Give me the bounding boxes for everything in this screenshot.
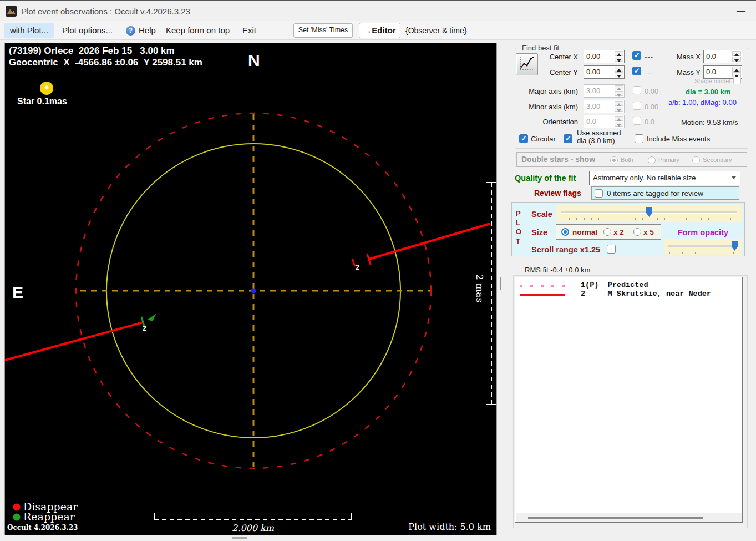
horizontal-scale-label: 2.000 km [197, 523, 308, 533]
north-label: N [248, 51, 260, 70]
plot-title-line2: Geocentric X -4566.86 ±0.06 Y 2598.51 km [9, 57, 202, 68]
scroll-range-label: Scroll range x1.25 [531, 245, 600, 254]
panel-splitter-handle[interactable] [500, 277, 501, 290]
menu-exit[interactable]: Exit [242, 26, 256, 35]
center-y-arrows[interactable] [615, 67, 623, 78]
size-option-box: normal x 2 x 5 [556, 224, 661, 240]
review-flags-checkbox[interactable] [595, 189, 603, 198]
scale-slider-thumb[interactable] [646, 207, 652, 217]
spinner-down-icon[interactable] [732, 57, 741, 62]
observations-listbox[interactable]: 1(P) Predicted 2 M Skrutskie, near Neder [515, 277, 743, 523]
plot-horizontal-scrollbar[interactable] [232, 537, 247, 539]
center-x-label: Center X [534, 53, 578, 61]
orientation-fit-checkbox[interactable] [633, 117, 641, 125]
mass-y-label: Mass Y [668, 68, 701, 77]
use-assumed-dia-label: Use assumed dia (3.0 km) [577, 129, 621, 145]
double-stars-primary-radio[interactable] [648, 156, 656, 164]
major-axis-label: Major axis (km) [524, 87, 578, 95]
center-y-tag: --- [645, 68, 653, 77]
find-best-fit-label: Find best fit [520, 44, 561, 52]
circular-label: Circular [531, 135, 556, 143]
double-stars-both-radio[interactable] [610, 156, 618, 164]
center-y-fit-checkbox[interactable] [632, 67, 641, 75]
center-x-fit-checkbox[interactable] [632, 51, 641, 60]
spinner-up-icon[interactable] [615, 51, 623, 56]
predicted-line-sample [520, 285, 565, 287]
spinner-down-icon[interactable] [615, 122, 623, 127]
orientation-label: Orientation [524, 118, 578, 126]
center-y-label: Center Y [534, 68, 578, 77]
mass-y-value: 0.0 [704, 66, 732, 78]
minor-axis-value: 3.00 [584, 100, 614, 113]
reappear-arrow [148, 314, 156, 321]
app-icon [6, 6, 17, 17]
minimize-button[interactable]: — [730, 4, 752, 18]
major-axis-arrows[interactable] [615, 85, 623, 97]
motion-readout: Motion: 9.53 km/s [681, 118, 738, 127]
editor-button[interactable]: →Editor [359, 23, 400, 38]
with-plot-button[interactable]: with Plot... [4, 23, 54, 38]
mass-x-spinner[interactable]: 0.0 [703, 50, 742, 63]
plot-graphics [5, 43, 496, 535]
minor-axis-spinner[interactable]: 3.00 [584, 100, 625, 113]
menu-keep-form-on-top[interactable]: Keep form on top [166, 26, 230, 35]
mass-y-arrows[interactable] [732, 67, 741, 78]
spinner-up-icon[interactable] [615, 67, 623, 72]
observation-row[interactable]: 1(P) Predicted [581, 281, 648, 289]
observation-row[interactable]: 2 M Skrutskie, near Neder [581, 290, 711, 298]
form-opacity-slider-thumb[interactable] [732, 241, 738, 251]
spinner-up-icon[interactable] [732, 51, 741, 56]
menu-help[interactable]: Help [139, 26, 156, 35]
center-x-spinner[interactable]: 0.00 [584, 50, 625, 63]
quality-dropdown[interactable]: Astrometry only. No reliable size [589, 171, 740, 185]
spinner-down-icon[interactable] [615, 107, 623, 112]
orientation-spinner[interactable]: 0.0 [584, 115, 625, 128]
mass-x-label: Mass X [668, 53, 701, 61]
size-x2-radio[interactable] [603, 228, 611, 236]
mass-x-arrows[interactable] [732, 51, 741, 62]
observer-time-label: {Observer & time} [405, 26, 467, 35]
star-size-label: Star 0.1mas [17, 97, 67, 107]
use-assumed-dia-checkbox[interactable] [564, 134, 572, 143]
set-miss-times-button[interactable]: Set 'Miss' Times [293, 23, 353, 38]
scale-slider[interactable] [556, 205, 742, 222]
major-axis-fit-checkbox[interactable] [633, 86, 641, 94]
center-x-arrows[interactable] [615, 51, 623, 62]
occultation-plot-canvas[interactable]: (73199) Orlece 2026 Feb 15 3.00 km Geoce… [4, 43, 497, 535]
shape-model-checkbox[interactable] [733, 77, 741, 84]
spinner-down-icon[interactable] [615, 72, 623, 77]
title-bar: Plot event observations : Occult v.4.202… [0, 1, 756, 21]
listbox-scrollbar-thumb[interactable] [528, 517, 703, 519]
disappear-legend-dot [13, 504, 21, 511]
help-icon[interactable] [126, 26, 135, 36]
minor-axis-fit-checkbox[interactable] [633, 102, 641, 110]
minor-axis-arrows[interactable] [615, 101, 623, 112]
center-y-value: 0.00 [584, 66, 614, 78]
double-stars-label: Double stars - show [521, 155, 595, 164]
spinner-up-icon[interactable] [615, 85, 623, 90]
slider-ticks [669, 252, 737, 254]
scroll-range-checkbox[interactable] [607, 245, 616, 254]
spinner-up-icon[interactable] [615, 101, 623, 106]
spinner-up-icon[interactable] [732, 67, 741, 72]
size-label: Size [531, 228, 547, 237]
spinner-down-icon[interactable] [615, 57, 623, 62]
form-opacity-slider[interactable] [664, 239, 742, 255]
double-stars-secondary-radio[interactable] [692, 156, 700, 164]
spinner-up-icon[interactable] [615, 116, 623, 121]
size-normal-radio[interactable] [561, 228, 569, 236]
diameter-readout: dia = 3.00 km [686, 88, 730, 96]
major-axis-spinner[interactable]: 3.00 [584, 84, 625, 98]
include-miss-events-checkbox[interactable] [635, 134, 643, 143]
spinner-down-icon[interactable] [615, 91, 623, 96]
menu-plot-options[interactable]: Plot options... [62, 26, 113, 35]
listbox-horizontal-scrollbar[interactable] [516, 513, 742, 522]
circular-checkbox[interactable] [519, 134, 528, 143]
center-y-spinner[interactable]: 0.00 [584, 65, 625, 79]
shape-model-label: Shape model [694, 78, 730, 84]
double-stars-both-label: Both [621, 156, 633, 163]
orientation-arrows[interactable] [615, 116, 623, 127]
size-x5-radio[interactable] [633, 228, 641, 236]
plot-width-label: Plot width: 5.0 km [313, 522, 491, 532]
occult-version-label: Occult 4.2026.3.23 [7, 524, 78, 532]
